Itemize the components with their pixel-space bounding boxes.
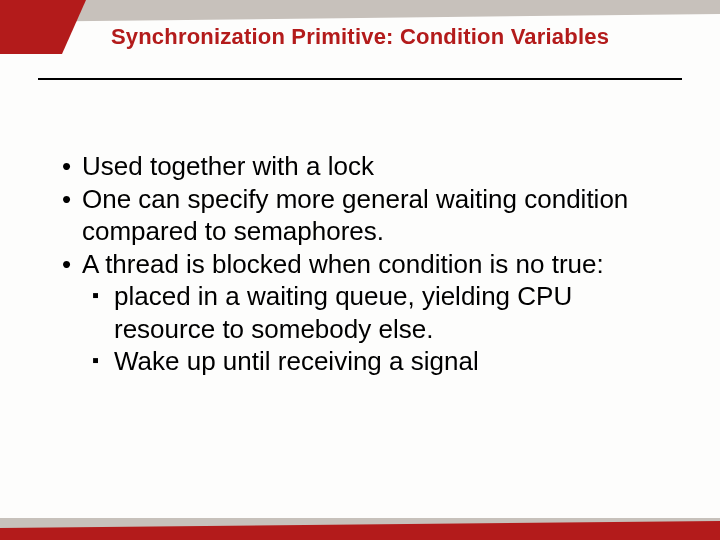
- slide: Synchronization Primitive: Condition Var…: [0, 0, 720, 540]
- footer-band-icon: [0, 518, 720, 540]
- bullet-text: A thread is blocked when condition is no…: [82, 248, 642, 281]
- sub-bullet-text: placed in a waiting queue, yielding CPU …: [114, 280, 624, 345]
- bullet-text: Used together with a lock: [82, 150, 642, 183]
- slide-title: Synchronization Primitive: Condition Var…: [0, 24, 720, 50]
- sub-bullet-item: ▪Wake up until receiving a signal: [92, 345, 662, 378]
- slide-body: •Used together with a lock •One can spec…: [62, 150, 662, 378]
- square-bullet-icon: ▪: [92, 348, 114, 373]
- bullet-item: •Used together with a lock: [62, 150, 662, 183]
- sub-bullet-item: ▪placed in a waiting queue, yielding CPU…: [92, 280, 662, 345]
- bullet-dot-icon: •: [62, 150, 82, 183]
- sub-bullet-text: Wake up until receiving a signal: [114, 345, 624, 378]
- square-bullet-icon: ▪: [92, 283, 114, 308]
- bullet-text: One can specify more general waiting con…: [82, 183, 642, 248]
- bullet-item: •A thread is blocked when condition is n…: [62, 248, 662, 281]
- bullet-dot-icon: •: [62, 248, 82, 281]
- bullet-dot-icon: •: [62, 183, 82, 216]
- title-underline: [38, 78, 682, 80]
- bullet-item: •One can specify more general waiting co…: [62, 183, 662, 248]
